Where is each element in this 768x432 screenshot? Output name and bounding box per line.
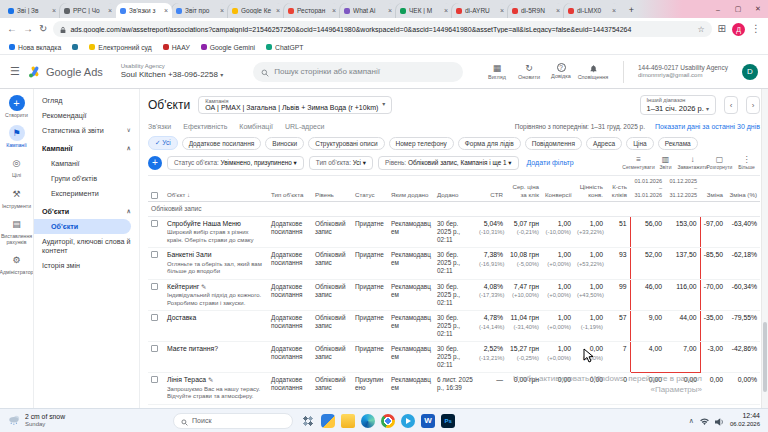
tab-close-icon[interactable]: × [164,7,168,14]
taskbar-search[interactable]: Поиск [173,413,293,429]
tab-close-icon[interactable]: × [388,7,392,14]
tab-close-icon[interactable]: × [556,7,560,14]
scrollbar-thumb[interactable] [763,322,767,392]
user-avatar[interactable]: D [742,64,758,80]
tab-close-icon[interactable]: × [276,7,280,14]
asset-type-chip[interactable]: Виноски [265,137,304,150]
add-asset-button[interactable]: + [148,156,162,170]
table-tool-segment[interactable]: ≡Сегментувати [625,155,652,170]
column-header[interactable]: CTR [476,176,506,202]
column-header[interactable]: Рівень [312,176,352,202]
window-maximize-button[interactable]: ▢ [728,5,748,13]
volume-icon[interactable] [715,412,724,430]
asset-type-chip[interactable]: Структуровані описи [308,137,384,150]
bookmark-item[interactable]: Нова вкладка [9,44,61,51]
rail-item-billing[interactable]: ▤Виставлення рахунків [0,216,33,245]
sidebar-item-кампанії[interactable]: Кампанії [34,156,139,171]
view-tab[interactable]: Ефективність [183,123,227,130]
row-checkbox[interactable] [151,251,158,258]
tab-close-icon[interactable]: × [332,7,336,14]
view-tab[interactable]: URL-адреси [285,123,325,130]
column-header[interactable]: Конверсії [542,176,574,202]
tab-close-icon[interactable]: × [500,7,504,14]
tab-close-icon[interactable]: × [612,7,616,14]
filter-pill[interactable]: Рівень: Обліковий запис, Кампанія і ще 1… [378,156,519,170]
asset-cell[interactable]: Спробуйте Наша МенюШирокий вибір страв з… [164,216,268,247]
asset-cell[interactable]: Лінія Тераса ✎Запрошуємо Вас на нашу тер… [164,373,268,404]
add-filter-button[interactable]: Додати фільтр [524,159,577,166]
browser-tab[interactable]: Google Ке× [228,3,284,18]
asset-cell[interactable]: Кейтеринг ✎Індивідуальний підхід до кожн… [164,279,268,310]
browser-tab[interactable]: Ресторан× [284,3,340,18]
account-selector[interactable]: Usability Agency Soul Kitchen +38-096-22… [121,63,223,79]
edit-icon[interactable]: ✎ [206,376,213,383]
ads-search-input[interactable]: Пошук сторінки або кампанії [253,62,463,82]
column-header[interactable]: Цінність конв. [574,176,606,202]
date-range-picker[interactable]: Інший діапазон 1–31 січ. 2026 р. ▾ [640,95,716,115]
bookmark-item[interactable] [72,44,78,50]
column-header[interactable]: Зміна (%) [726,176,760,202]
column-header[interactable]: Статус [352,176,388,202]
column-header[interactable]: 01.12.2025 – 31.12.2025 [665,176,700,202]
wifi-icon[interactable] [700,412,709,430]
date-prev-button[interactable]: ‹ [724,96,738,114]
filter-pill[interactable]: Статус об'єкта: Увімкнено, призупинено ▾ [167,156,304,170]
asset-type-chip[interactable]: ✓ Усі [148,136,178,150]
browser-tab[interactable]: di-5R9N× [508,3,564,18]
sidebar-item-кампанії[interactable]: Кампанії∧ [34,141,139,156]
tab-close-icon[interactable]: × [52,7,56,14]
column-header[interactable]: Тип об'єкта [268,176,312,202]
campaign-selector[interactable]: Кампанія ОА | РМАХ | Загальна | Львів + … [198,96,392,115]
rail-item-admin[interactable]: ⚙Адміністратор [0,252,33,275]
tab-close-icon[interactable]: × [108,7,112,14]
edit-icon[interactable]: ✎ [199,283,206,290]
row-checkbox[interactable] [151,345,158,352]
file-explorer-icon[interactable] [341,414,355,428]
rail-item-goals[interactable]: ◎Цілі [0,155,33,178]
tab-close-icon[interactable]: × [220,7,224,14]
column-header[interactable]: К-сть кліків [606,176,630,202]
widgets-icon[interactable] [321,414,335,428]
asset-type-chip[interactable]: Додаткове посилання [182,137,262,150]
view-tab[interactable]: Комбінації [239,123,273,130]
browser-tab[interactable]: ЧЕК | М× [396,3,452,18]
column-header[interactable]: Додано [434,176,476,202]
asset-cell[interactable]: Доставка [164,311,268,342]
sidebar-item-групи-об-єктів[interactable]: Групи об'єктів [34,171,139,186]
forward-button[interactable]: → [23,24,33,34]
sidebar-item-об-єкти[interactable]: Об'єкти [34,219,131,234]
column-header[interactable]: 01.01.2026 – 31.01.2026 [630,176,665,202]
window-close-button[interactable]: ✕ [748,5,768,13]
sidebar-item-огляд[interactable]: Огляд [34,93,139,108]
bookmark-item[interactable]: Google Gemini [201,44,255,51]
column-header[interactable]: Яким додано [388,176,434,202]
select-all-checkbox[interactable] [151,192,158,199]
header-action-appearance[interactable]: ▦Вигляд [481,63,513,80]
show-last-30-days-button[interactable]: Показати дані за останні 30 днів [655,123,760,130]
clock[interactable]: 12:44 06.02.2026 [730,412,760,428]
row-checkbox[interactable] [151,314,158,321]
column-header[interactable]: Зміна [700,176,726,202]
bookmark-item[interactable]: Електронний суд [89,44,152,51]
browser-tab[interactable]: PPC | Чо× [60,3,116,18]
table-tool-more[interactable]: ⋮Більше [733,155,760,170]
tray-expand-icon[interactable]: ∧ [689,417,694,425]
weather-widget[interactable]: 2 cm of snow Sunday [8,412,65,430]
table-tool-columns[interactable]: ▥Звіти [652,155,679,170]
browser-menu-icon[interactable]: ⋮ [751,24,761,34]
row-checkbox[interactable] [151,283,158,290]
sidebar-item-аудиторії-ключові-слова-й-контент[interactable]: Аудиторії, ключові слова й контент [34,234,139,258]
row-checkbox[interactable] [151,220,158,227]
window-minimize-button[interactable]: – [708,6,728,13]
column-header[interactable]: Об'єкт ↓ [164,176,268,202]
browser-tab[interactable]: Зві | Зв× [4,3,60,18]
account-info[interactable]: 144-469-0217 Usability Agency dimonmriya… [638,64,728,80]
vertical-scrollbar[interactable] [761,89,768,408]
asset-cell[interactable]: Банкетні ЗалиОгляньте та оберіть зал, як… [164,248,268,279]
asset-type-chip[interactable]: Форма для лідів [458,137,521,150]
telegram-icon[interactable] [401,414,415,428]
header-action-help[interactable]: ?Довідка [545,63,577,80]
header-action-refresh[interactable]: ↻Оновити [513,63,545,80]
asset-type-chip[interactable]: Адреса [586,137,622,150]
tab-close-icon[interactable]: × [444,7,448,14]
